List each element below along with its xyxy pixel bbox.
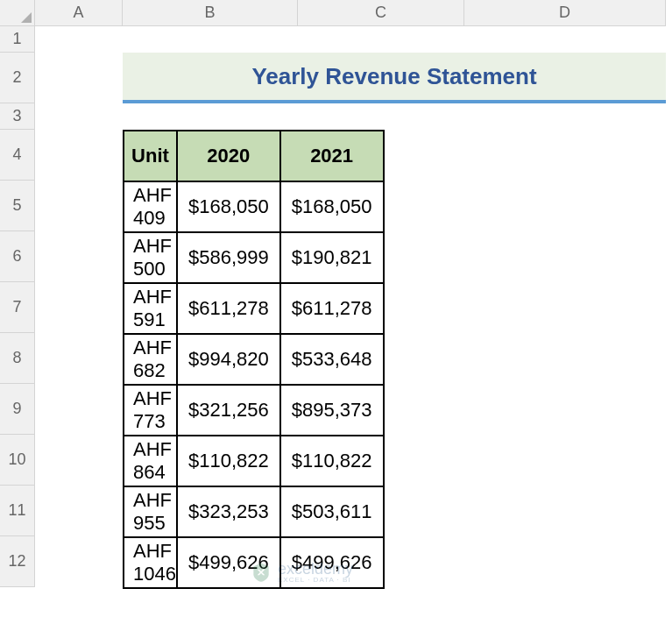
amount-value: 503,611 bbox=[302, 500, 372, 523]
table-row: AHF 409 $168,050 $168,050 bbox=[124, 181, 384, 232]
amount-value: 586,999 bbox=[199, 246, 269, 269]
header-unit[interactable]: Unit bbox=[124, 131, 177, 181]
page-title[interactable]: Yearly Revenue Statement bbox=[123, 53, 666, 103]
cell-unit[interactable]: AHF 409 bbox=[124, 181, 177, 232]
cell-2020[interactable]: $323,253 bbox=[177, 486, 280, 537]
currency-symbol: $ bbox=[188, 348, 199, 371]
cell-unit[interactable]: AHF 773 bbox=[124, 385, 177, 436]
currency-symbol: $ bbox=[292, 450, 302, 472]
currency-symbol: $ bbox=[292, 348, 302, 371]
amount-value: 168,050 bbox=[302, 195, 372, 218]
watermark-sub-text: EXCEL · DATA · BI bbox=[278, 577, 353, 584]
watermark: exceldemy EXCEL · DATA · BI bbox=[250, 561, 353, 584]
row-header-5[interactable]: 5 bbox=[0, 181, 35, 231]
amount-value: 168,050 bbox=[199, 195, 269, 218]
watermark-main-text: exceldemy bbox=[278, 561, 353, 577]
amount-value: 611,278 bbox=[199, 297, 269, 320]
table-row: AHF 591 $611,278 $611,278 bbox=[124, 283, 384, 334]
cell-unit[interactable]: AHF 591 bbox=[124, 283, 177, 334]
cell-2020[interactable]: $110,822 bbox=[177, 436, 280, 486]
column-headers: A B C D bbox=[35, 0, 666, 26]
row-header-7[interactable]: 7 bbox=[0, 282, 35, 333]
table-header-row: Unit 2020 2021 bbox=[124, 131, 384, 181]
amount-value: 190,821 bbox=[302, 246, 372, 269]
col-header-d[interactable]: D bbox=[464, 0, 666, 26]
row-header-8[interactable]: 8 bbox=[0, 333, 35, 384]
amount-value: 321,256 bbox=[199, 399, 269, 422]
table-row: AHF 955 $323,253 $503,611 bbox=[124, 486, 384, 537]
cell-2021[interactable]: $611,278 bbox=[280, 283, 384, 334]
currency-symbol: $ bbox=[292, 195, 302, 218]
amount-value: 611,278 bbox=[302, 297, 372, 320]
currency-symbol: $ bbox=[188, 500, 199, 523]
table-row: AHF 682 $994,820 $533,648 bbox=[124, 334, 384, 385]
cell-unit[interactable]: AHF 500 bbox=[124, 232, 177, 283]
currency-symbol: $ bbox=[292, 297, 302, 320]
currency-symbol: $ bbox=[188, 399, 199, 422]
cell-2021[interactable]: $190,821 bbox=[280, 232, 384, 283]
row-header-2[interactable]: 2 bbox=[0, 53, 35, 103]
amount-value: 110,822 bbox=[302, 450, 372, 472]
cell-2021[interactable]: $110,822 bbox=[280, 436, 384, 486]
currency-symbol: $ bbox=[188, 246, 199, 269]
cell-unit[interactable]: AHF 682 bbox=[124, 334, 177, 385]
col-header-a[interactable]: A bbox=[35, 0, 123, 26]
cell-unit[interactable]: AHF 1046 bbox=[124, 537, 177, 588]
table-row: AHF 500 $586,999 $190,821 bbox=[124, 232, 384, 283]
row-header-6[interactable]: 6 bbox=[0, 231, 35, 282]
cell-2021[interactable]: $503,611 bbox=[280, 486, 384, 537]
row-header-10[interactable]: 10 bbox=[0, 435, 35, 486]
cell-2020[interactable]: $168,050 bbox=[177, 181, 280, 232]
currency-symbol: $ bbox=[188, 297, 199, 320]
amount-value: 895,373 bbox=[302, 399, 372, 422]
cell-unit[interactable]: AHF 864 bbox=[124, 436, 177, 486]
cell-unit[interactable]: AHF 955 bbox=[124, 486, 177, 537]
col-header-c[interactable]: C bbox=[298, 0, 464, 26]
cell-2020[interactable]: $611,278 bbox=[177, 283, 280, 334]
cell-2021[interactable]: $895,373 bbox=[280, 385, 384, 436]
amount-value: 323,253 bbox=[199, 500, 269, 523]
currency-symbol: $ bbox=[292, 246, 302, 269]
amount-value: 994,820 bbox=[199, 348, 269, 371]
cell-2021[interactable]: $533,648 bbox=[280, 334, 384, 385]
currency-symbol: $ bbox=[188, 551, 199, 574]
currency-symbol: $ bbox=[188, 450, 199, 472]
header-2021[interactable]: 2021 bbox=[280, 131, 384, 181]
cell-2020[interactable]: $586,999 bbox=[177, 232, 280, 283]
cell-2021[interactable]: $168,050 bbox=[280, 181, 384, 232]
table-body: AHF 409 $168,050 $168,050 AHF 500 $586,9… bbox=[124, 181, 384, 588]
amount-value: 110,822 bbox=[199, 450, 269, 472]
currency-symbol: $ bbox=[292, 500, 302, 523]
spreadsheet: A B C D 1 2 3 4 5 6 7 8 9 10 11 12 Yearl… bbox=[0, 0, 672, 617]
row-header-1[interactable]: 1 bbox=[0, 26, 35, 53]
watermark-icon bbox=[250, 561, 272, 584]
row-header-12[interactable]: 12 bbox=[0, 536, 35, 587]
row-header-3[interactable]: 3 bbox=[0, 103, 35, 130]
table-row: AHF 773 $321,256 $895,373 bbox=[124, 385, 384, 436]
revenue-table: Unit 2020 2021 AHF 409 $168,050 $168,050… bbox=[123, 130, 385, 589]
currency-symbol: $ bbox=[188, 195, 199, 218]
currency-symbol: $ bbox=[292, 399, 302, 422]
row-headers: 1 2 3 4 5 6 7 8 9 10 11 12 bbox=[0, 26, 35, 587]
cell-2020[interactable]: $994,820 bbox=[177, 334, 280, 385]
col-header-b[interactable]: B bbox=[123, 0, 298, 26]
row-header-9[interactable]: 9 bbox=[0, 384, 35, 435]
select-all-corner[interactable] bbox=[0, 0, 35, 26]
table-row: AHF 864 $110,822 $110,822 bbox=[124, 436, 384, 486]
row-header-4[interactable]: 4 bbox=[0, 130, 35, 181]
cell-2020[interactable]: $321,256 bbox=[177, 385, 280, 436]
row-header-11[interactable]: 11 bbox=[0, 486, 35, 536]
header-2020[interactable]: 2020 bbox=[177, 131, 280, 181]
watermark-text: exceldemy EXCEL · DATA · BI bbox=[278, 561, 353, 584]
amount-value: 533,648 bbox=[302, 348, 372, 371]
